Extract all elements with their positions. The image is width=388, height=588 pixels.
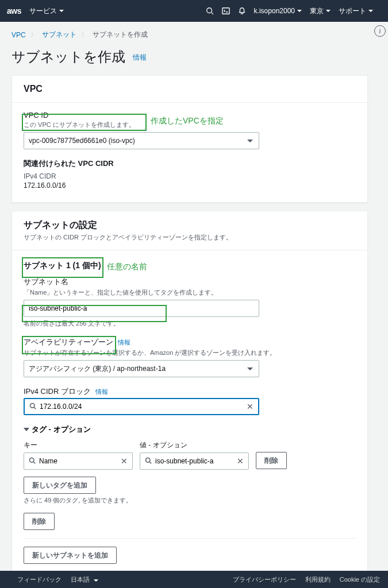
- breadcrumb-vpc[interactable]: VPC: [11, 31, 26, 39]
- subnet-name-constraint: 名前の長さは最大 256 文字です。: [24, 319, 356, 328]
- svg-line-8: [149, 462, 151, 463]
- search-icon[interactable]: [206, 7, 214, 15]
- add-subnet-button[interactable]: 新しいサブネットを追加: [24, 547, 117, 564]
- svg-line-4: [34, 407, 36, 409]
- divider: [24, 538, 356, 539]
- chevron-down-icon: [59, 10, 64, 12]
- tag-value-label: 値 - オプション: [140, 440, 249, 450]
- clear-icon[interactable]: ✕: [237, 457, 244, 466]
- aws-logo[interactable]: aws: [7, 6, 21, 16]
- search-icon: [29, 403, 36, 411]
- svg-point-3: [30, 403, 35, 408]
- subnet-panel-title: サブネットの設定: [24, 219, 356, 231]
- subnet-name-help: 「Name」というキーと、指定した値を使用してタグを作成します。: [24, 288, 356, 297]
- cidr-info-link[interactable]: 情報: [95, 388, 108, 395]
- subnet-panel-subtitle: サブネットの CIDR ブロックとアベイラビリティーゾーンを指定します。: [24, 233, 356, 242]
- assoc-cidr-label: 関連付けられた VPC CIDR: [24, 158, 356, 169]
- svg-point-0: [206, 8, 212, 13]
- chevron-down-icon: [326, 10, 331, 12]
- breadcrumb-subnet[interactable]: サブネット: [42, 30, 76, 40]
- breadcrumb-current: サブネットを作成: [93, 30, 148, 40]
- page-title: サブネットを作成 情報: [11, 48, 368, 66]
- clear-icon[interactable]: ✕: [121, 457, 128, 466]
- chevron-right-icon: 〉: [81, 30, 88, 40]
- tag-value-input[interactable]: ✕: [140, 452, 249, 470]
- vpc-id-label: VPC ID: [24, 111, 356, 119]
- footer: フィードバック 日本語 プライバシーポリシー 利用規約 Cookie の設定: [0, 571, 388, 588]
- region-menu[interactable]: 東京: [310, 6, 331, 16]
- svg-point-7: [146, 458, 151, 462]
- info-link[interactable]: 情報: [133, 53, 147, 61]
- ipv4-cidr-label: IPv4 CIDR: [24, 172, 356, 180]
- subnet-settings-panel: サブネットの設定 サブネットの CIDR ブロックとアベイラビリティーゾーンを指…: [11, 211, 368, 575]
- remove-tag-button[interactable]: 削除: [256, 452, 287, 469]
- delete-subnet-button[interactable]: 削除: [24, 513, 55, 530]
- info-panel-toggle[interactable]: i: [374, 25, 386, 37]
- svg-line-6: [33, 462, 35, 463]
- az-select[interactable]: アジアパシフィック (東京) / ap-northeast-1a: [24, 360, 259, 377]
- main-content: VPC 〉 サブネット 〉 サブネットを作成 サブネットを作成 情報 VPC V…: [0, 22, 379, 588]
- az-help: サブネットが存在するゾーンを選択するか、Amazon が選択するゾーンを受け入れ…: [24, 349, 356, 357]
- tag-key-input[interactable]: ✕: [24, 452, 133, 470]
- svg-rect-2: [222, 8, 229, 14]
- svg-point-5: [30, 458, 34, 462]
- chevron-down-icon: [247, 368, 253, 370]
- ipv4-cidr-value: 172.16.0.0/16: [24, 181, 356, 189]
- support-menu[interactable]: サポート: [339, 6, 373, 16]
- vpc-panel-title: VPC: [24, 84, 356, 94]
- top-nav: aws サービス k.isopon2000 東京 サポート: [0, 0, 388, 22]
- add-tag-button[interactable]: 新しいタグを追加: [24, 477, 96, 494]
- tag-limit-text: さらに 49 個のタグ, を追加できます。: [24, 496, 356, 505]
- tag-row: キー ✕ 値 - オプション ✕ 削除: [24, 440, 356, 470]
- privacy-link[interactable]: プライバシーポリシー: [233, 575, 296, 584]
- chevron-down-icon: [297, 10, 302, 12]
- notifications-icon[interactable]: [238, 7, 246, 15]
- breadcrumb: VPC 〉 サブネット 〉 サブネットを作成: [11, 30, 368, 40]
- svg-line-1: [211, 13, 213, 15]
- subnet-name-input[interactable]: [24, 300, 259, 317]
- chevron-down-icon: [247, 140, 253, 142]
- feedback-link[interactable]: フィードバック: [17, 575, 62, 584]
- clear-icon[interactable]: ✕: [247, 402, 253, 411]
- search-icon: [29, 457, 36, 466]
- account-menu[interactable]: k.isopon2000: [254, 7, 302, 15]
- cidr-label: IPv4 CIDR ブロック 情報: [24, 386, 356, 397]
- cookie-link[interactable]: Cookie の設定: [340, 575, 380, 584]
- tags-toggle[interactable]: タグ - オプション: [24, 424, 356, 435]
- subnet-name-label: サブネット名: [24, 277, 356, 287]
- triangle-down-icon: [24, 428, 29, 431]
- cloudshell-icon[interactable]: [222, 7, 230, 15]
- tag-key-label: キー: [24, 440, 133, 450]
- az-label: アベイラビリティーゾーン 情報: [24, 337, 356, 347]
- cidr-input[interactable]: ✕: [24, 398, 259, 415]
- chevron-down-icon: [368, 10, 373, 12]
- vpc-panel: VPC VPC ID この VPC にサブネットを作成します。 vpc-009c…: [11, 75, 368, 203]
- az-info-link[interactable]: 情報: [118, 339, 130, 346]
- subnet-heading: サブネット 1 (1 個中): [24, 261, 356, 271]
- language-menu[interactable]: 日本語: [71, 575, 98, 584]
- chevron-right-icon: 〉: [30, 30, 37, 40]
- terms-link[interactable]: 利用規約: [305, 575, 331, 584]
- vpc-id-help: この VPC にサブネットを作成します。: [24, 121, 356, 129]
- services-menu[interactable]: サービス: [29, 6, 64, 16]
- chevron-down-icon: [94, 579, 98, 582]
- vpc-id-select[interactable]: vpc-009c78775ed6661e0 (iso-vpc): [24, 132, 259, 149]
- search-icon: [145, 457, 152, 466]
